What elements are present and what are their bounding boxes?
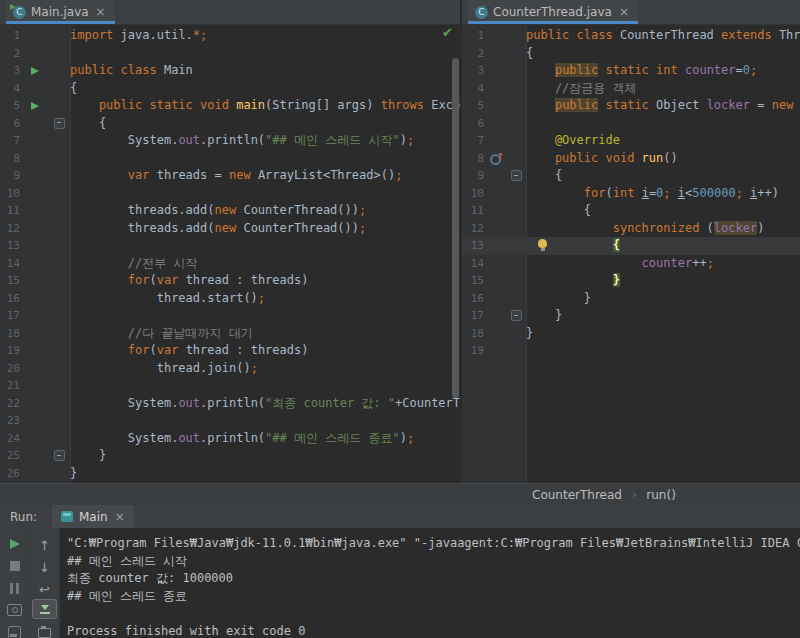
code-line[interactable]: 6 <box>462 115 800 133</box>
run-configuration-icon <box>61 511 73 522</box>
code-line[interactable]: 13 <box>0 237 460 255</box>
code-line[interactable]: 12 synchronized (locker) <box>462 220 800 238</box>
scroll-to-end-button[interactable] <box>32 599 57 619</box>
code-line[interactable]: 21 <box>0 377 460 395</box>
code-line[interactable]: 15 } <box>462 272 800 290</box>
up-stack-button[interactable] <box>30 533 59 555</box>
breadcrumb-bar: CounterThread › run() <box>0 483 800 505</box>
code-line[interactable]: 18} <box>462 325 800 343</box>
code-line[interactable]: 3public class Main <box>0 62 460 80</box>
code-line[interactable]: 5 public static void main(String[] args)… <box>0 97 460 115</box>
editor-main-java[interactable]: ✔ 1import java.util.*;23public class Mai… <box>0 25 460 483</box>
stop-button[interactable] <box>0 555 29 577</box>
code-line[interactable]: 11 { <box>462 202 800 220</box>
code-line[interactable]: 6 { <box>0 115 460 133</box>
code-line[interactable]: 10 <box>0 185 460 203</box>
java-class-icon: C <box>13 6 26 19</box>
code-line[interactable]: 15 for(var thread : threads) <box>0 272 460 290</box>
editor-counterthread-java[interactable]: 1public class CounterThread extends Thre… <box>462 25 800 483</box>
code-text <box>70 45 460 63</box>
code-line[interactable]: 13 { <box>462 237 800 255</box>
code-line[interactable]: 19 for(var thread : threads) <box>0 342 460 360</box>
code-text: System.out.println("## 메인 스레드 종료"); <box>70 430 460 448</box>
code-text: { <box>70 115 460 133</box>
code-line[interactable]: 1public class CounterThread extends Thre… <box>462 27 800 45</box>
breadcrumb-class[interactable]: CounterThread <box>530 488 624 502</box>
code-line[interactable]: 16 } <box>462 290 800 308</box>
code-line[interactable]: 14 //전부 시작 <box>0 255 460 273</box>
screenshot-button[interactable] <box>0 599 29 621</box>
code-line[interactable]: 1import java.util.*; <box>0 27 460 45</box>
code-text: public static Object locker = new Object… <box>526 97 800 115</box>
code-line[interactable]: 17 <box>0 307 460 325</box>
code-line[interactable]: 24 System.out.println("## 메인 스레드 종료"); <box>0 430 460 448</box>
rerun-button[interactable] <box>0 533 29 555</box>
code-line[interactable]: 10 for(int i=0; i<500000; i++) <box>462 185 800 203</box>
code-line[interactable]: 19 <box>462 342 800 360</box>
fold-spacer <box>48 62 70 80</box>
code-line[interactable]: 3 public static int counter=0; <box>462 62 800 80</box>
line-number: 2 <box>0 45 22 63</box>
gutter-spacer <box>22 360 48 378</box>
code-line[interactable]: 5 public static Object locker = new Obje… <box>462 97 800 115</box>
intention-bulb-icon[interactable] <box>538 239 547 248</box>
fold-spacer <box>506 255 526 273</box>
override-method-icon[interactable] <box>486 150 506 168</box>
code-line[interactable]: 16 thread.start(); <box>0 290 460 308</box>
pause-button[interactable] <box>0 577 29 599</box>
fold-marker-icon[interactable] <box>48 115 70 133</box>
fold-marker-icon[interactable] <box>506 167 526 185</box>
tab-main-java[interactable]: C Main.java × <box>6 0 115 24</box>
code-line[interactable]: 8 public void run() <box>462 150 800 168</box>
line-number: 18 <box>462 325 486 343</box>
code-line[interactable]: 22 System.out.println("최종 counter 값: "+C… <box>0 395 460 413</box>
code-line[interactable]: 8 <box>0 150 460 168</box>
code-line[interactable]: 11 threads.add(new CounterThread()); <box>0 202 460 220</box>
fold-marker-icon[interactable] <box>506 307 526 325</box>
code-line[interactable]: 4{ <box>0 80 460 98</box>
close-run-tab-icon[interactable]: × <box>115 510 125 524</box>
code-text <box>526 115 800 133</box>
code-line[interactable]: 18 //다 끝날때까지 대기 <box>0 325 460 343</box>
run-gutter-icon[interactable] <box>22 97 48 115</box>
line-number: 21 <box>0 377 22 395</box>
run-tab-main[interactable]: Main × <box>52 505 134 528</box>
line-number: 24 <box>0 430 22 448</box>
gutter-spacer <box>22 447 48 465</box>
close-tab-icon[interactable]: × <box>96 6 106 18</box>
gutter-spacer <box>22 290 48 308</box>
fold-marker-icon[interactable] <box>48 447 70 465</box>
restore-layout-button[interactable] <box>0 621 29 638</box>
code-line[interactable]: 7 @Override <box>462 132 800 150</box>
down-stack-button[interactable] <box>30 555 59 577</box>
code-text: threads.add(new CounterThread()); <box>70 220 460 238</box>
run-gutter-icon[interactable] <box>22 62 48 80</box>
code-line[interactable]: 14 counter++; <box>462 255 800 273</box>
code-line[interactable]: 2{ <box>462 45 800 63</box>
line-number: 11 <box>0 202 22 220</box>
code-line[interactable]: 20 thread.join(); <box>0 360 460 378</box>
code-line[interactable]: 25 } <box>0 447 460 465</box>
line-number: 8 <box>0 150 22 168</box>
code-text: public static int counter=0; <box>526 62 800 80</box>
soft-wrap-button[interactable] <box>30 577 59 599</box>
line-number: 13 <box>0 237 22 255</box>
console-line: Process finished with exit code 0 <box>67 623 798 638</box>
code-line[interactable]: 2 <box>0 45 460 63</box>
code-line[interactable]: 9 { <box>462 167 800 185</box>
code-line[interactable]: 23 <box>0 412 460 430</box>
fold-spacer <box>506 272 526 290</box>
code-line[interactable]: 12 threads.add(new CounterThread()); <box>0 220 460 238</box>
up-stack-icon <box>39 535 50 554</box>
vertical-scrollbar[interactable] <box>452 58 459 398</box>
tab-counterthread-java[interactable]: C CounterThread.java × <box>468 0 638 24</box>
breadcrumb-method[interactable]: run() <box>644 488 678 502</box>
close-tab-icon[interactable]: × <box>619 6 629 18</box>
code-line[interactable]: 26} <box>0 465 460 483</box>
code-line[interactable]: 17 } <box>462 307 800 325</box>
editor-tabbar-left: C Main.java × <box>0 0 460 25</box>
print-button[interactable] <box>30 619 59 638</box>
code-line[interactable]: 4 //잠금용 객체 <box>462 80 800 98</box>
code-line[interactable]: 9 var threads = new ArrayList<Thread>(); <box>0 167 460 185</box>
code-line[interactable]: 7 System.out.println("## 메인 스레드 시작"); <box>0 132 460 150</box>
